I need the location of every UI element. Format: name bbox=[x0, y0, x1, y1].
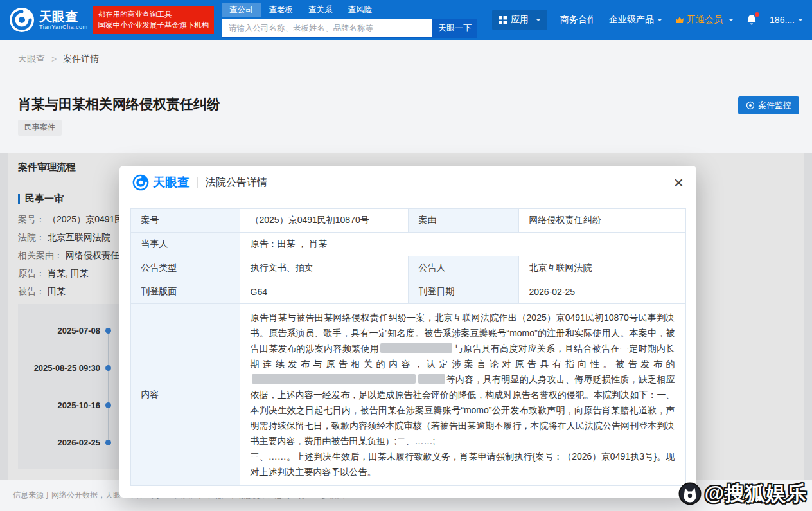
table-row: 当事人 原告：田某 ， 肖某 bbox=[130, 233, 685, 256]
nav-enterprise-products-label: 企业级产品 bbox=[609, 14, 654, 26]
crown-icon bbox=[675, 16, 684, 24]
nav-open-membership[interactable]: 开通会员 bbox=[675, 14, 734, 26]
chevron-down-icon bbox=[798, 19, 803, 21]
search-button[interactable]: 天眼一下 bbox=[432, 19, 477, 38]
header-search-area: 查公司 查老板 查关系 查风险 天眼一下 bbox=[222, 3, 477, 38]
tab-search-boss[interactable]: 查老板 bbox=[261, 3, 301, 17]
slogan-line-2: 国家中小企业发展子基金旗下机构 bbox=[98, 20, 209, 31]
redacted-text bbox=[418, 374, 445, 384]
title-section: 肖某与田某相关网络侵权责任纠纷 民事案件 案件监控 bbox=[0, 78, 812, 153]
label-parties: 当事人 bbox=[130, 233, 240, 256]
search-input[interactable] bbox=[222, 19, 432, 38]
redacted-text bbox=[380, 343, 452, 353]
announcement-table: 案号 （2025）京0491民初10870号 案由 网络侵权责任纠纷 当事人 原… bbox=[130, 208, 686, 486]
modal-title: 法院公告详情 bbox=[206, 176, 267, 190]
label-cause: 案由 bbox=[408, 209, 518, 233]
table-row: 案号 （2025）京0491民初10870号 案由 网络侵权责任纠纷 bbox=[130, 209, 685, 233]
brand-domain: TianYanCha.com bbox=[39, 24, 88, 30]
account-menu[interactable]: 186.... bbox=[770, 15, 803, 25]
tab-search-relation[interactable]: 查关系 bbox=[301, 3, 340, 17]
nav-business-cooperation[interactable]: 商务合作 bbox=[560, 14, 596, 26]
nav-enterprise-products[interactable]: 企业级产品 bbox=[609, 14, 662, 26]
brand-slogan-badge: 都在用的商业查询工具 国家中小企业发展子基金旗下机构 bbox=[93, 6, 215, 34]
value-parties: 原告：田某 ， 肖某 bbox=[240, 233, 685, 256]
label-announcement-type: 公告类型 bbox=[130, 256, 240, 280]
redacted-text bbox=[252, 374, 416, 384]
table-row: 内容 原告肖某与被告田某网络侵权责任纠纷一案，北京互联网法院作出（2025）京0… bbox=[130, 304, 685, 486]
tab-search-company[interactable]: 查公司 bbox=[222, 3, 261, 17]
nav-business-cooperation-label: 商务合作 bbox=[560, 14, 596, 26]
tab-search-risk[interactable]: 查风险 bbox=[340, 3, 380, 17]
modal-brand: 天眼查 bbox=[132, 174, 190, 191]
value-announcer: 北京互联网法院 bbox=[518, 256, 685, 280]
table-row: 刊登版面 G64 刊登日期 2026-02-25 bbox=[130, 280, 685, 304]
tianyancha-logo-icon bbox=[9, 7, 35, 33]
value-publish-page: G64 bbox=[240, 280, 408, 304]
page-title: 肖某与田某相关网络侵权责任纠纷 bbox=[18, 95, 220, 113]
search-tabs: 查公司 查老板 查关系 查风险 bbox=[222, 3, 477, 17]
breadcrumb-current: 案件详情 bbox=[63, 53, 99, 65]
case-type-badge: 民事案件 bbox=[18, 120, 62, 136]
case-monitor-label: 案件监控 bbox=[758, 100, 791, 111]
account-label: 186.... bbox=[770, 15, 795, 25]
modal-brand-name: 天眼查 bbox=[153, 174, 190, 191]
value-announcement-type: 执行文书、拍卖 bbox=[240, 256, 408, 280]
nav-open-membership-label: 开通会员 bbox=[687, 14, 723, 26]
tianyancha-logo-icon bbox=[132, 174, 149, 191]
apps-menu-label: 应用 bbox=[511, 14, 529, 26]
header-divider bbox=[197, 177, 198, 188]
notification-bell[interactable] bbox=[746, 14, 757, 26]
top-header: 天眼查 TianYanCha.com 都在用的商业查询工具 国家中小企业发展子基… bbox=[0, 0, 812, 40]
label-content: 内容 bbox=[130, 304, 240, 486]
announcement-content: 原告肖某与被告田某网络侵权责任纠纷一案，北京互联网法院作出（2025）京0491… bbox=[240, 304, 685, 486]
chevron-down-icon bbox=[657, 19, 662, 21]
value-case-no: （2025）京0491民初10870号 bbox=[240, 209, 408, 233]
notification-dot bbox=[755, 12, 759, 17]
label-announcer: 公告人 bbox=[408, 256, 518, 280]
header-nav: 应用 商务合作 企业级产品 开通会员 bbox=[492, 10, 812, 30]
search-row: 天眼一下 bbox=[222, 19, 477, 38]
chevron-down-icon bbox=[536, 19, 541, 21]
brand-name: 天眼查 bbox=[39, 10, 88, 24]
court-announcement-modal: 天眼查 法院公告详情 × 案号 （2025）京0491民初10870号 案由 网… bbox=[119, 166, 696, 498]
modal-header: 天眼查 法院公告详情 × bbox=[119, 166, 696, 199]
label-publish-page: 刊登版面 bbox=[130, 280, 240, 304]
value-cause: 网络侵权责任纠纷 bbox=[518, 209, 685, 233]
case-monitor-button[interactable]: 案件监控 bbox=[738, 96, 799, 114]
tianyancha-logo[interactable]: 天眼查 TianYanCha.com bbox=[9, 7, 88, 33]
table-row: 公告类型 执行文书、拍卖 公告人 北京互联网法院 bbox=[130, 256, 685, 280]
chevron-down-icon bbox=[728, 19, 734, 21]
slogan-line-1: 都在用的商业查询工具 bbox=[98, 9, 209, 20]
apps-grid-icon bbox=[499, 16, 507, 24]
apps-menu[interactable]: 应用 bbox=[492, 10, 547, 30]
close-icon[interactable]: × bbox=[674, 174, 684, 191]
breadcrumb-separator: > bbox=[51, 54, 57, 64]
breadcrumb-home[interactable]: 天眼查 bbox=[18, 53, 45, 65]
label-case-no: 案号 bbox=[130, 209, 240, 233]
brand-text: 天眼查 TianYanCha.com bbox=[39, 10, 88, 30]
value-publish-date: 2026-02-25 bbox=[518, 280, 685, 304]
breadcrumb: 天眼查 > 案件详情 bbox=[0, 40, 812, 78]
monitor-icon bbox=[746, 101, 755, 110]
page: 天眼查 TianYanCha.com 都在用的商业查询工具 国家中小企业发展子基… bbox=[0, 0, 812, 511]
label-publish-date: 刊登日期 bbox=[408, 280, 518, 304]
